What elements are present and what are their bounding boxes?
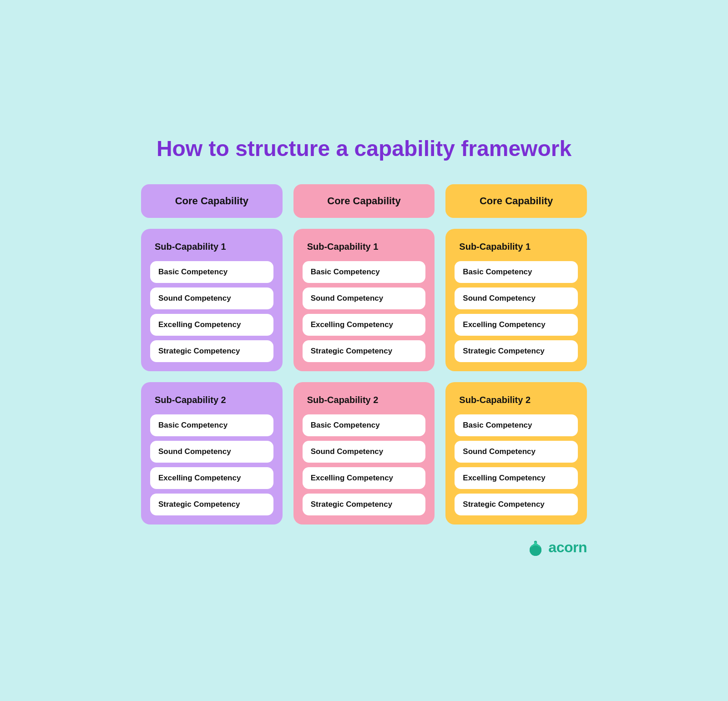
sub-cap-box-purple-1: Sub-Capability 1Basic CompetencySound Co… <box>141 229 283 371</box>
sub-cap-box-yellow-1: Sub-Capability 1Basic CompetencySound Co… <box>445 229 587 371</box>
competency-pill-purple-2-3: Excelling Competency <box>150 467 273 489</box>
svg-point-3 <box>531 545 541 555</box>
competency-pill-pink-1-3: Excelling Competency <box>303 314 426 336</box>
competency-pill-yellow-2-1: Basic Competency <box>455 414 578 436</box>
competency-pill-pink-1-1: Basic Competency <box>303 261 426 283</box>
competency-pill-pink-2-3: Excelling Competency <box>303 467 426 489</box>
sub-cap-title-pink-2: Sub-Capability 2 <box>303 392 426 410</box>
competency-pill-yellow-2-3: Excelling Competency <box>455 467 578 489</box>
competency-pill-purple-2-1: Basic Competency <box>150 414 273 436</box>
core-cap-1: Core Capability <box>141 184 283 218</box>
sub-cap-row-2: Sub-Capability 2Basic CompetencySound Co… <box>141 382 587 524</box>
competency-pill-purple-2-2: Sound Competency <box>150 441 273 463</box>
competency-pill-purple-1-1: Basic Competency <box>150 261 273 283</box>
sub-cap-title-pink-1: Sub-Capability 1 <box>303 239 426 257</box>
acorn-logo-icon <box>527 538 544 556</box>
competency-pill-purple-1-3: Excelling Competency <box>150 314 273 336</box>
competency-pill-pink-2-4: Strategic Competency <box>303 494 426 515</box>
core-cap-2: Core Capability <box>293 184 435 218</box>
sub-cap-box-purple-2: Sub-Capability 2Basic CompetencySound Co… <box>141 382 283 524</box>
competency-pill-yellow-2-4: Strategic Competency <box>455 494 578 515</box>
sub-cap-title-yellow-2: Sub-Capability 2 <box>455 392 578 410</box>
sub-cap-box-yellow-2: Sub-Capability 2Basic CompetencySound Co… <box>445 382 587 524</box>
sub-cap-row-1: Sub-Capability 1Basic CompetencySound Co… <box>141 229 587 371</box>
competency-pill-yellow-1-4: Strategic Competency <box>455 340 578 362</box>
competency-pill-purple-1-2: Sound Competency <box>150 287 273 309</box>
competency-pill-pink-2-1: Basic Competency <box>303 414 426 436</box>
core-cap-3: Core Capability <box>445 184 587 218</box>
competency-pill-yellow-2-2: Sound Competency <box>455 441 578 463</box>
competency-pill-pink-1-2: Sound Competency <box>303 287 426 309</box>
competency-pill-purple-2-4: Strategic Competency <box>150 494 273 515</box>
sub-cap-title-purple-1: Sub-Capability 1 <box>150 239 273 257</box>
logo-row: acorn <box>141 538 587 556</box>
sub-cap-box-pink-1: Sub-Capability 1Basic CompetencySound Co… <box>293 229 435 371</box>
competency-pill-yellow-1-2: Sound Competency <box>455 287 578 309</box>
competency-pill-purple-1-4: Strategic Competency <box>150 340 273 362</box>
competency-pill-yellow-1-3: Excelling Competency <box>455 314 578 336</box>
svg-rect-4 <box>535 542 536 545</box>
page-title: How to structure a capability framework <box>141 136 587 162</box>
page-container: How to structure a capability framework … <box>114 117 614 584</box>
sub-cap-title-yellow-1: Sub-Capability 1 <box>455 239 578 257</box>
competency-pill-pink-1-4: Strategic Competency <box>303 340 426 362</box>
core-capabilities-row: Core Capability Core Capability Core Cap… <box>141 184 587 218</box>
sub-cap-box-pink-2: Sub-Capability 2Basic CompetencySound Co… <box>293 382 435 524</box>
sub-cap-title-purple-2: Sub-Capability 2 <box>150 392 273 410</box>
competency-pill-yellow-1-1: Basic Competency <box>455 261 578 283</box>
competency-pill-pink-2-2: Sound Competency <box>303 441 426 463</box>
logo-text: acorn <box>548 539 587 556</box>
